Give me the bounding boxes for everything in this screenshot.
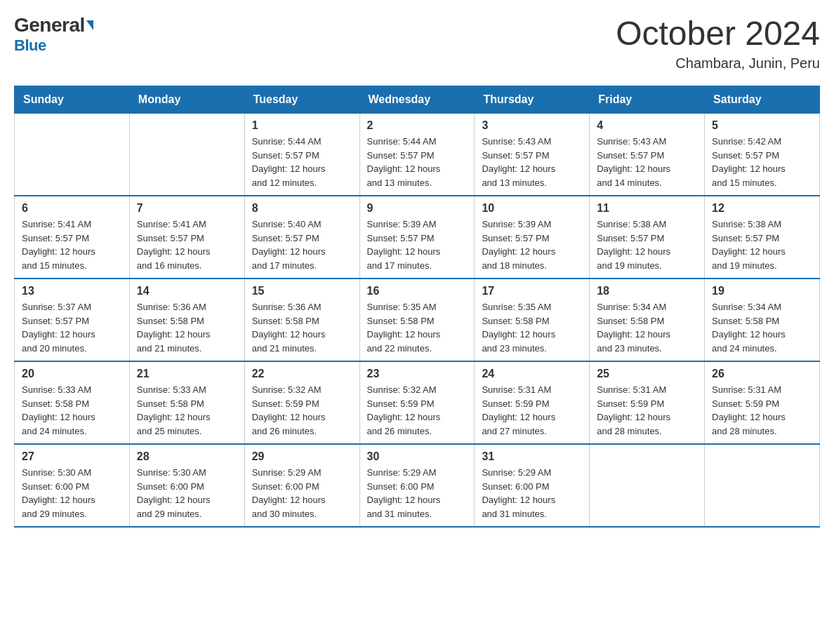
day-info: Sunrise: 5:34 AMSunset: 5:58 PMDaylight:… <box>597 300 697 355</box>
day-number: 13 <box>22 285 122 297</box>
day-info: Sunrise: 5:32 AMSunset: 5:59 PMDaylight:… <box>367 383 468 438</box>
calendar-cell: 24Sunrise: 5:31 AMSunset: 5:59 PMDayligh… <box>475 361 590 444</box>
day-number: 25 <box>597 368 697 380</box>
day-number: 7 <box>137 202 237 215</box>
day-number: 14 <box>137 285 237 297</box>
day-info: Sunrise: 5:38 AMSunset: 5:57 PMDaylight:… <box>597 217 697 272</box>
day-info: Sunrise: 5:36 AMSunset: 5:58 PMDaylight:… <box>137 300 237 355</box>
day-info: Sunrise: 5:32 AMSunset: 5:59 PMDaylight:… <box>252 383 352 438</box>
calendar-week-2: 6Sunrise: 5:41 AMSunset: 5:57 PMDaylight… <box>15 196 820 279</box>
day-number: 27 <box>22 450 122 463</box>
day-info: Sunrise: 5:43 AMSunset: 5:57 PMDaylight:… <box>482 135 582 189</box>
day-info: Sunrise: 5:31 AMSunset: 5:59 PMDaylight:… <box>597 383 697 438</box>
weekday-header-row: SundayMondayTuesdayWednesdayThursdayFrid… <box>15 86 820 114</box>
calendar-cell <box>15 114 130 196</box>
day-number: 11 <box>597 202 697 215</box>
day-info: Sunrise: 5:41 AMSunset: 5:57 PMDaylight:… <box>22 217 122 272</box>
calendar-cell: 23Sunrise: 5:32 AMSunset: 5:59 PMDayligh… <box>359 361 475 444</box>
weekday-header-sunday: Sunday <box>15 86 130 114</box>
calendar-cell: 11Sunrise: 5:38 AMSunset: 5:57 PMDayligh… <box>590 196 705 279</box>
calendar-header: SundayMondayTuesdayWednesdayThursdayFrid… <box>15 86 820 114</box>
calendar-cell: 10Sunrise: 5:39 AMSunset: 5:57 PMDayligh… <box>475 196 590 279</box>
day-number: 2 <box>367 119 468 132</box>
location-title: Chambara, Junin, Peru <box>616 55 820 72</box>
calendar-cell: 27Sunrise: 5:30 AMSunset: 6:00 PMDayligh… <box>15 444 130 527</box>
logo-blue-text: Blue <box>14 36 46 54</box>
day-info: Sunrise: 5:29 AMSunset: 6:00 PMDaylight:… <box>252 466 352 521</box>
calendar-cell: 19Sunrise: 5:34 AMSunset: 5:58 PMDayligh… <box>705 279 820 361</box>
day-number: 22 <box>252 368 352 380</box>
day-info: Sunrise: 5:33 AMSunset: 5:58 PMDaylight:… <box>137 383 237 438</box>
calendar-cell: 6Sunrise: 5:41 AMSunset: 5:57 PMDaylight… <box>15 196 130 279</box>
calendar-cell: 15Sunrise: 5:36 AMSunset: 5:58 PMDayligh… <box>244 279 359 361</box>
weekday-header-wednesday: Wednesday <box>359 86 475 114</box>
calendar-cell: 31Sunrise: 5:29 AMSunset: 6:00 PMDayligh… <box>475 444 590 527</box>
calendar-cell: 13Sunrise: 5:37 AMSunset: 5:57 PMDayligh… <box>15 279 130 361</box>
day-number: 12 <box>712 202 812 215</box>
calendar-cell: 8Sunrise: 5:40 AMSunset: 5:57 PMDaylight… <box>244 196 359 279</box>
day-info: Sunrise: 5:39 AMSunset: 5:57 PMDaylight:… <box>367 217 468 272</box>
calendar-body: 1Sunrise: 5:44 AMSunset: 5:57 PMDaylight… <box>15 114 820 528</box>
calendar-cell: 20Sunrise: 5:33 AMSunset: 5:58 PMDayligh… <box>15 361 130 444</box>
calendar-cell: 3Sunrise: 5:43 AMSunset: 5:57 PMDaylight… <box>475 114 590 196</box>
day-number: 16 <box>367 285 468 297</box>
calendar-week-4: 20Sunrise: 5:33 AMSunset: 5:58 PMDayligh… <box>15 361 820 444</box>
calendar-week-5: 27Sunrise: 5:30 AMSunset: 6:00 PMDayligh… <box>15 444 820 527</box>
calendar-cell: 30Sunrise: 5:29 AMSunset: 6:00 PMDayligh… <box>359 444 475 527</box>
weekday-header-tuesday: Tuesday <box>244 86 359 114</box>
day-info: Sunrise: 5:30 AMSunset: 6:00 PMDaylight:… <box>137 466 237 521</box>
calendar-cell: 5Sunrise: 5:42 AMSunset: 5:57 PMDaylight… <box>705 114 820 196</box>
day-number: 6 <box>22 202 122 215</box>
day-info: Sunrise: 5:37 AMSunset: 5:57 PMDaylight:… <box>22 300 122 355</box>
day-info: Sunrise: 5:33 AMSunset: 5:58 PMDaylight:… <box>22 383 122 438</box>
day-info: Sunrise: 5:35 AMSunset: 5:58 PMDaylight:… <box>482 300 582 355</box>
day-number: 5 <box>712 119 812 132</box>
day-info: Sunrise: 5:34 AMSunset: 5:58 PMDaylight:… <box>712 300 812 355</box>
day-info: Sunrise: 5:38 AMSunset: 5:57 PMDaylight:… <box>712 217 812 272</box>
logo-general-text: General <box>14 14 85 36</box>
day-number: 8 <box>252 202 352 215</box>
calendar-cell: 1Sunrise: 5:44 AMSunset: 5:57 PMDaylight… <box>244 114 359 196</box>
calendar-week-3: 13Sunrise: 5:37 AMSunset: 5:57 PMDayligh… <box>15 279 820 361</box>
calendar-cell: 25Sunrise: 5:31 AMSunset: 5:59 PMDayligh… <box>590 361 705 444</box>
day-info: Sunrise: 5:44 AMSunset: 5:57 PMDaylight:… <box>252 135 352 189</box>
day-info: Sunrise: 5:29 AMSunset: 6:00 PMDaylight:… <box>367 466 468 521</box>
day-number: 24 <box>482 368 582 380</box>
logo: General Blue <box>14 14 93 55</box>
calendar-cell: 21Sunrise: 5:33 AMSunset: 5:58 PMDayligh… <box>129 361 244 444</box>
day-number: 1 <box>252 119 352 132</box>
day-info: Sunrise: 5:43 AMSunset: 5:57 PMDaylight:… <box>597 135 697 189</box>
calendar-cell: 26Sunrise: 5:31 AMSunset: 5:59 PMDayligh… <box>705 361 820 444</box>
day-number: 30 <box>367 450 468 463</box>
day-number: 20 <box>22 368 122 380</box>
day-number: 19 <box>712 285 812 297</box>
calendar-cell <box>705 444 820 527</box>
day-number: 29 <box>252 450 352 463</box>
calendar-cell: 14Sunrise: 5:36 AMSunset: 5:58 PMDayligh… <box>129 279 244 361</box>
day-info: Sunrise: 5:39 AMSunset: 5:57 PMDaylight:… <box>482 217 582 272</box>
day-info: Sunrise: 5:42 AMSunset: 5:57 PMDaylight:… <box>712 135 812 189</box>
weekday-header-friday: Friday <box>590 86 705 114</box>
day-info: Sunrise: 5:40 AMSunset: 5:57 PMDaylight:… <box>252 217 352 272</box>
month-year-title: October 2024 <box>616 14 820 53</box>
calendar-cell: 7Sunrise: 5:41 AMSunset: 5:57 PMDaylight… <box>129 196 244 279</box>
day-info: Sunrise: 5:36 AMSunset: 5:58 PMDaylight:… <box>252 300 352 355</box>
day-number: 10 <box>482 202 582 215</box>
day-number: 23 <box>367 368 468 380</box>
day-info: Sunrise: 5:35 AMSunset: 5:58 PMDaylight:… <box>367 300 468 355</box>
day-info: Sunrise: 5:44 AMSunset: 5:57 PMDaylight:… <box>367 135 468 189</box>
calendar-cell: 18Sunrise: 5:34 AMSunset: 5:58 PMDayligh… <box>590 279 705 361</box>
day-number: 18 <box>597 285 697 297</box>
day-number: 9 <box>367 202 468 215</box>
day-info: Sunrise: 5:31 AMSunset: 5:59 PMDaylight:… <box>482 383 582 438</box>
weekday-header-thursday: Thursday <box>475 86 590 114</box>
weekday-header-monday: Monday <box>129 86 244 114</box>
day-number: 26 <box>712 368 812 380</box>
title-section: October 2024 Chambara, Junin, Peru <box>616 14 820 72</box>
calendar-cell: 28Sunrise: 5:30 AMSunset: 6:00 PMDayligh… <box>129 444 244 527</box>
calendar-table: SundayMondayTuesdayWednesdayThursdayFrid… <box>14 86 820 528</box>
day-number: 21 <box>137 368 237 380</box>
day-number: 28 <box>137 450 237 463</box>
day-number: 15 <box>252 285 352 297</box>
day-info: Sunrise: 5:31 AMSunset: 5:59 PMDaylight:… <box>712 383 812 438</box>
